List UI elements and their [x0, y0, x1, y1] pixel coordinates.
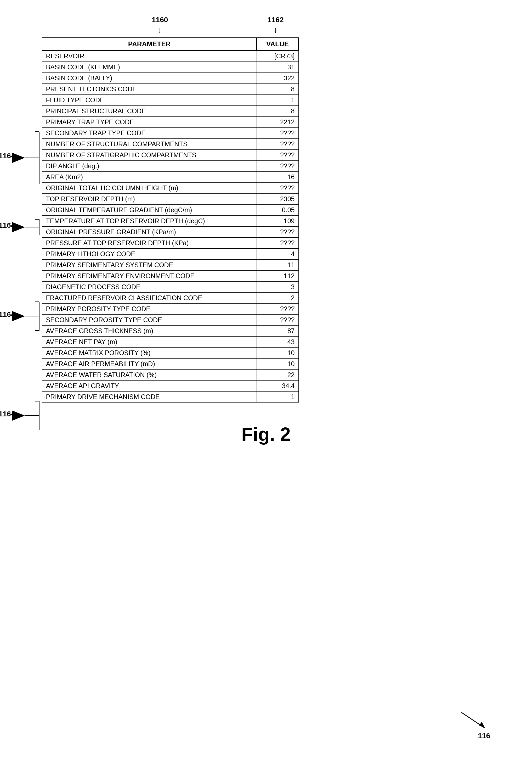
svg-marker-11	[12, 222, 25, 233]
value-header: VALUE	[257, 38, 298, 50]
table-row: PRIMARY SEDIMENTARY SYSTEM CODE11	[42, 260, 298, 271]
value-cell: 2305	[257, 194, 298, 205]
label-1162-text: 1162	[267, 16, 283, 24]
value-cell: ????	[257, 161, 298, 172]
fig-label: Fig. 2	[0, 423, 532, 445]
param-cell: AVERAGE NET PAY (m)	[42, 336, 257, 348]
value-cell: 0.05	[257, 205, 298, 216]
value-cell: ????	[257, 150, 298, 161]
table-row: AVERAGE AIR PERMEABILITY (mD)10	[42, 359, 298, 369]
param-cell: AREA (Km2)	[42, 172, 257, 183]
bracket-1164-a: 1164	[0, 129, 42, 187]
svg-marker-17	[12, 311, 25, 321]
value-cell: 10	[257, 359, 298, 369]
value-cell: 322	[257, 73, 298, 84]
param-cell: PRESENT TECTONICS CODE	[42, 84, 257, 95]
table-row: AVERAGE API GRAVITY34.4	[42, 381, 298, 392]
param-cell: AVERAGE AIR PERMEABILITY (mD)	[42, 359, 257, 369]
param-cell: ORIGINAL TOTAL HC COLUMN HEIGHT (m)	[42, 183, 257, 194]
value-cell: 22	[257, 369, 298, 381]
param-cell: TOP RESERVOIR DEPTH (m)	[42, 194, 257, 205]
data-table: PARAMETER VALUE RESERVOIR[CR73]BASIN COD…	[42, 37, 299, 402]
value-cell: 43	[257, 336, 298, 348]
param-cell: BASIN CODE (KLEMME)	[42, 62, 257, 73]
table-row: ORIGINAL PRESSURE GRADIENT (KPa/m)????	[42, 227, 298, 238]
table-wrapper: 1164 1164 1164	[42, 37, 480, 402]
arrow-down-1162: ↓	[273, 25, 277, 35]
arrow-116-container: 116	[459, 710, 490, 740]
param-cell: RESERVOIR	[42, 50, 257, 62]
table-row: PRESENT TECTONICS CODE8	[42, 84, 298, 95]
table-row: TEMPERATURE AT TOP RESERVOIR DEPTH (degC…	[42, 216, 298, 227]
table-row: AVERAGE GROSS THICKNESS (m)87	[42, 326, 298, 336]
value-cell: ????	[257, 315, 298, 326]
value-cell: 1	[257, 392, 298, 402]
table-row: FRACTURED RESERVOIR CLASSIFICATION CODE2	[42, 293, 298, 304]
param-cell: PRIMARY SEDIMENTARY SYSTEM CODE	[42, 260, 257, 271]
bracket-1164-c: 1164	[0, 299, 42, 333]
param-cell: ORIGINAL TEMPERATURE GRADIENT (degC/m)	[42, 205, 257, 216]
value-cell: 2	[257, 293, 298, 304]
table-row: PRIMARY POROSITY TYPE CODE????	[42, 304, 298, 315]
page-container: 1160 ↓ 1162 ↓ 1164 11	[0, 0, 532, 782]
label-1160: 1160 ↓	[152, 16, 168, 35]
param-cell: NUMBER OF STRUCTURAL COMPARTMENTS	[42, 139, 257, 150]
table-row: NUMBER OF STRUCTURAL COMPARTMENTS????	[42, 139, 298, 150]
bracket-1164-d: 1164	[0, 399, 42, 433]
table-row: PRIMARY LITHOLOGY CODE4	[42, 249, 298, 260]
param-cell: PRIMARY SEDIMENTARY ENVIRONMENT CODE	[42, 271, 257, 282]
table-row: AVERAGE MATRIX POROSITY (%)10	[42, 348, 298, 359]
param-cell: FLUID TYPE CODE	[42, 95, 257, 106]
value-cell: 109	[257, 216, 298, 227]
svg-marker-5	[12, 152, 25, 163]
value-cell: 34.4	[257, 381, 298, 392]
value-cell: 16	[257, 172, 298, 183]
param-cell: FRACTURED RESERVOIR CLASSIFICATION CODE	[42, 293, 257, 304]
value-cell: 87	[257, 326, 298, 336]
value-cell: 31	[257, 62, 298, 73]
value-cell: 112	[257, 271, 298, 282]
param-cell: PRIMARY POROSITY TYPE CODE	[42, 304, 257, 315]
table-row: DIP ANGLE (deg.)????	[42, 161, 298, 172]
bracket-1164-b: 1164	[0, 217, 42, 238]
param-cell: TEMPERATURE AT TOP RESERVOIR DEPTH (degC…	[42, 216, 257, 227]
table-row: PRIMARY TRAP TYPE CODE2212	[42, 117, 298, 128]
table-row: SECONDARY TRAP TYPE CODE????	[42, 128, 298, 139]
table-row: DIAGENETIC PROCESS CODE3	[42, 282, 298, 293]
table-row: NUMBER OF STRATIGRAPHIC COMPARTMENTS????	[42, 150, 298, 161]
svg-marker-23	[12, 411, 25, 421]
value-cell: 10	[257, 348, 298, 359]
top-labels: 1160 ↓ 1162 ↓	[0, 16, 532, 35]
param-cell: BASIN CODE (BALLY)	[42, 73, 257, 84]
param-cell: AVERAGE API GRAVITY	[42, 381, 257, 392]
label-1162: 1162 ↓	[267, 16, 283, 35]
table-row: AVERAGE NET PAY (m)43	[42, 336, 298, 348]
value-cell: ????	[257, 238, 298, 249]
value-cell: [CR73]	[257, 50, 298, 62]
param-cell: DIP ANGLE (deg.)	[42, 161, 257, 172]
arrow-116-svg	[459, 710, 490, 731]
table-row: AREA (Km2)16	[42, 172, 298, 183]
param-cell: AVERAGE MATRIX POROSITY (%)	[42, 348, 257, 359]
value-cell: 4	[257, 249, 298, 260]
table-row: TOP RESERVOIR DEPTH (m)2305	[42, 194, 298, 205]
param-cell: DIAGENETIC PROCESS CODE	[42, 282, 257, 293]
param-cell: PRIMARY DRIVE MECHANISM CODE	[42, 392, 257, 402]
table-row: PRESSURE AT TOP RESERVOIR DEPTH (KPa)???…	[42, 238, 298, 249]
arrow-down-1160: ↓	[158, 25, 162, 35]
value-cell: 3	[257, 282, 298, 293]
value-cell: 11	[257, 260, 298, 271]
table-row: AVERAGE WATER SATURATION (%)22	[42, 369, 298, 381]
label-1160-text: 1160	[152, 16, 168, 24]
value-cell: ????	[257, 139, 298, 150]
param-cell: AVERAGE GROSS THICKNESS (m)	[42, 326, 257, 336]
main-content: 1164 1164 1164	[0, 37, 532, 402]
table-row: ORIGINAL TOTAL HC COLUMN HEIGHT (m)????	[42, 183, 298, 194]
param-cell: PRIMARY TRAP TYPE CODE	[42, 117, 257, 128]
table-row: PRINCIPAL STRUCTURAL CODE8	[42, 106, 298, 117]
table-row: PRIMARY SEDIMENTARY ENVIRONMENT CODE112	[42, 271, 298, 282]
table-row: BASIN CODE (KLEMME)31	[42, 62, 298, 73]
value-cell: ????	[257, 183, 298, 194]
label-116: 116	[478, 732, 490, 740]
param-cell: SECONDARY TRAP TYPE CODE	[42, 128, 257, 139]
